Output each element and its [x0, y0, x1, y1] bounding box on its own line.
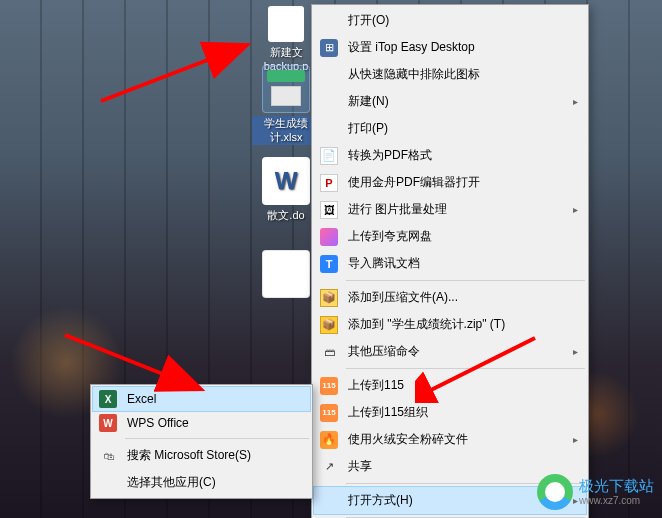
watermark-logo-icon [537, 474, 573, 510]
menu-batch-img[interactable]: 🖼进行 图片批量处理 [314, 196, 586, 223]
blank-file-icon [262, 250, 310, 298]
menu-pdf-editor[interactable]: P使用金舟PDF编辑器打开 [314, 169, 586, 196]
label: 使用火绒安全粉碎文件 [348, 431, 468, 448]
desktop-icon-doc[interactable]: 散文.do [252, 157, 320, 222]
label: 打印(P) [348, 120, 388, 137]
menu-exclude[interactable]: 从快速隐藏中排除此图标 [314, 61, 586, 88]
label: 使用金舟PDF编辑器打开 [348, 174, 480, 191]
itop-icon: ⊞ [320, 39, 338, 57]
desktop-icon-blank[interactable] [252, 250, 320, 301]
label: WPS Office [127, 416, 189, 430]
115-icon: 115 [320, 404, 338, 422]
menu-tencent[interactable]: T导入腾讯文档 [314, 250, 586, 277]
menu-115-group[interactable]: 115上传到115组织 [314, 399, 586, 426]
label: 转换为PDF格式 [348, 147, 432, 164]
submenu-open-with: XExcel WWPS Office 🛍搜索 Microsoft Store(S… [90, 384, 313, 499]
file-icon [268, 6, 304, 42]
tencent-icon: T [320, 255, 338, 273]
excel-icon: X [99, 390, 117, 408]
image-icon: 🖼 [320, 201, 338, 219]
huorong-icon: 🔥 [320, 431, 338, 449]
watermark: 极光下载站 www.xz7.com [537, 474, 654, 510]
label: 上传到夸克网盘 [348, 228, 432, 245]
desktop-icon-backup[interactable]: 新建文backup.p [252, 6, 320, 74]
label: 打开方式(H) [348, 492, 413, 509]
menu-huorong[interactable]: 🔥使用火绒安全粉碎文件 [314, 426, 586, 453]
desktop-icon-xlsx-selected[interactable]: 学生成绩计.xlsx [252, 65, 320, 145]
separator [346, 280, 585, 281]
115-icon: 115 [320, 377, 338, 395]
label: 导入腾讯文档 [348, 255, 420, 272]
menu-open[interactable]: 打开(O) [314, 7, 586, 34]
menu-itop[interactable]: ⊞设置 iTop Easy Desktop [314, 34, 586, 61]
label: 上传到115 [348, 377, 404, 394]
wps-sheet-icon [262, 65, 310, 113]
compress-icon: 🗃 [320, 343, 338, 361]
label: 从快速隐藏中排除此图标 [348, 66, 480, 83]
separator [125, 438, 309, 439]
menu-other-zip[interactable]: 🗃其他压缩命令 [314, 338, 586, 365]
submenu-choose-other[interactable]: 选择其他应用(C) [93, 469, 310, 496]
menu-to-pdf[interactable]: 📄转换为PDF格式 [314, 142, 586, 169]
icon-label: 学生成绩计.xlsx [252, 116, 320, 145]
share-icon: ↗ [320, 458, 338, 476]
menu-upload-kk[interactable]: 上传到夸克网盘 [314, 223, 586, 250]
pdf-icon: 📄 [320, 147, 338, 165]
submenu-wps[interactable]: WWPS Office [93, 411, 310, 435]
label: 设置 iTop Easy Desktop [348, 39, 475, 56]
word-doc-icon [262, 157, 310, 205]
label: 搜索 Microsoft Store(S) [127, 447, 251, 464]
separator [346, 368, 585, 369]
cloud-icon [320, 228, 338, 246]
menu-add-zip-a[interactable]: 📦添加到压缩文件(A)... [314, 284, 586, 311]
menu-115[interactable]: 115上传到115 [314, 372, 586, 399]
label: 共享 [348, 458, 372, 475]
submenu-excel[interactable]: XExcel [93, 387, 310, 411]
label: 添加到压缩文件(A)... [348, 289, 458, 306]
menu-new[interactable]: 新建(N) [314, 88, 586, 115]
label: Excel [127, 392, 156, 406]
label: 新建(N) [348, 93, 389, 110]
watermark-text: 极光下载站 www.xz7.com [579, 478, 654, 506]
context-menu-main: 打开(O) ⊞设置 iTop Easy Desktop 从快速隐藏中排除此图标 … [311, 4, 589, 518]
watermark-url: www.xz7.com [579, 495, 654, 506]
menu-add-zip-t[interactable]: 📦添加到 "学生成绩统计.zip" (T) [314, 311, 586, 338]
store-icon: 🛍 [99, 447, 117, 465]
label: 添加到 "学生成绩统计.zip" (T) [348, 316, 505, 333]
submenu-search-store[interactable]: 🛍搜索 Microsoft Store(S) [93, 442, 310, 469]
label: 选择其他应用(C) [127, 474, 216, 491]
menu-print[interactable]: 打印(P) [314, 115, 586, 142]
label: 上传到115组织 [348, 404, 428, 421]
pdf-editor-icon: P [320, 174, 338, 192]
watermark-name: 极光下载站 [579, 478, 654, 495]
label: 打开(O) [348, 12, 389, 29]
label: 其他压缩命令 [348, 343, 420, 360]
zip-icon: 📦 [320, 316, 338, 334]
icon-label: 散文.do [252, 208, 320, 222]
label: 进行 图片批量处理 [348, 201, 447, 218]
wps-office-icon: W [99, 414, 117, 432]
zip-icon: 📦 [320, 289, 338, 307]
